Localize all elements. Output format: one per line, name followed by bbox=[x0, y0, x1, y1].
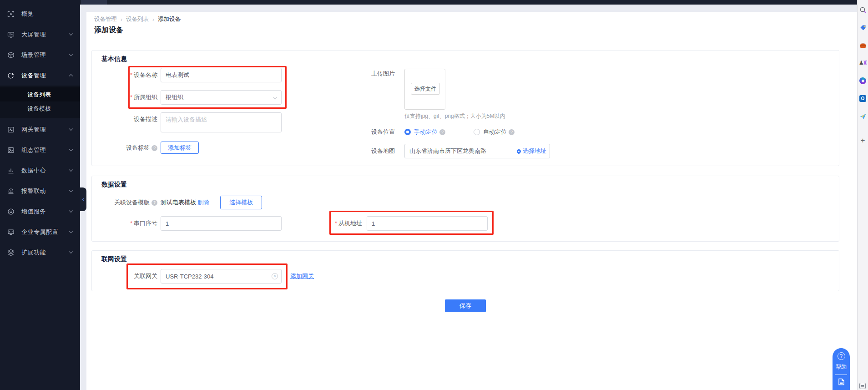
sidebar-item-bigscreen[interactable]: 大屏管理 bbox=[0, 24, 80, 45]
choose-file-button[interactable]: 选择文件 bbox=[411, 83, 440, 95]
sidebar-subitem-device-template[interactable]: 设备模板 bbox=[0, 101, 80, 116]
chevron-down-icon bbox=[69, 168, 73, 172]
sidebar: 概览 大屏管理 场景管理 设备管理 设备列表 bbox=[0, 0, 80, 390]
data-settings-card: 数据设置 关联设备模版? 测试电表模板 删除 选择模板 串口序号 从机地址 bbox=[91, 176, 839, 242]
device-tag-label: 设备标签? bbox=[92, 141, 157, 155]
alarm-icon bbox=[7, 187, 15, 195]
section-title-network: 联网设置 bbox=[101, 255, 127, 263]
org-label: 所属组织 bbox=[92, 90, 157, 105]
device-name-input[interactable] bbox=[161, 68, 282, 82]
sidebar-settings-icon[interactable] bbox=[859, 383, 866, 389]
chevron-down-icon bbox=[69, 32, 73, 35]
device-map-label: 设备地图 bbox=[328, 144, 395, 158]
value-service-icon bbox=[7, 208, 15, 215]
auto-locate-radio[interactable] bbox=[474, 129, 480, 135]
slave-address-label: 从机地址 bbox=[297, 216, 362, 231]
help-widget: ? 帮助 bbox=[833, 348, 850, 390]
chevron-down-icon bbox=[69, 250, 73, 253]
search-icon[interactable] bbox=[859, 6, 867, 14]
sidebar-item-label: 场景管理 bbox=[21, 51, 46, 59]
sidebar-item-label: 网关管理 bbox=[21, 126, 46, 134]
slave-address-input[interactable] bbox=[367, 216, 488, 231]
sidebar-collapse-handle[interactable] bbox=[80, 187, 86, 211]
sidebar-item-overview[interactable]: 概览 bbox=[0, 4, 80, 24]
device-location-label: 设备位置 bbox=[328, 125, 395, 139]
device-map-field: 选择地址 bbox=[404, 144, 550, 158]
sidebar-item-value-service[interactable]: 增值服务 bbox=[0, 201, 80, 222]
chevron-down-icon bbox=[69, 147, 73, 151]
content-panel: 设备管理 › 设备列表 › 添加设备 添加设备 基本信息 设备名称 所属组织 bbox=[86, 12, 857, 390]
sidebar-item-label: 概览 bbox=[21, 10, 34, 18]
sidebar-item-label: 大屏管理 bbox=[21, 30, 46, 39]
outlook-icon[interactable]: O bbox=[859, 95, 867, 102]
location-pin-icon bbox=[516, 148, 522, 154]
auto-locate-label[interactable]: 自动定位 bbox=[483, 128, 507, 136]
select-address-link[interactable]: 选择地址 bbox=[523, 147, 546, 155]
paper-plane-icon[interactable] bbox=[859, 112, 867, 120]
sidebar-item-scene[interactable]: 场景管理 bbox=[0, 45, 80, 65]
sidebar-item-alarm[interactable]: 报警联动 bbox=[0, 181, 80, 201]
device-name-label: 设备名称 bbox=[92, 68, 157, 82]
section-title-data: 数据设置 bbox=[101, 181, 127, 189]
chevron-down-icon bbox=[69, 188, 73, 192]
tools-toolbox-icon[interactable] bbox=[859, 41, 867, 49]
breadcrumb: 设备管理 › 设备列表 › 添加设备 bbox=[94, 15, 181, 23]
sidebar-item-label: 报警联动 bbox=[21, 187, 46, 195]
delete-template-link[interactable]: 删除 bbox=[197, 195, 209, 210]
bigscreen-icon bbox=[7, 31, 15, 38]
gateway-icon bbox=[7, 126, 15, 133]
clear-icon[interactable]: × bbox=[272, 273, 278, 279]
manual-locate-radio[interactable] bbox=[404, 129, 411, 135]
add-panel-icon[interactable]: + bbox=[859, 137, 867, 144]
device-desc-label: 设备描述 bbox=[92, 115, 157, 123]
help-icon: ? bbox=[509, 129, 515, 135]
sidebar-item-gateway[interactable]: 网关管理 bbox=[0, 119, 80, 140]
chevron-down-icon bbox=[69, 229, 73, 233]
upload-image-label: 上传图片 bbox=[328, 66, 395, 81]
collections-tag-icon[interactable] bbox=[859, 24, 867, 31]
gateway-label: 关联网关 bbox=[92, 269, 157, 284]
sidebar-subitem-device-list[interactable]: 设备列表 bbox=[0, 87, 80, 101]
sidebar-item-label: 企业专属配置 bbox=[21, 228, 58, 236]
select-template-button[interactable]: 选择模板 bbox=[220, 196, 262, 209]
sidebar-item-label: 组态管理 bbox=[21, 146, 46, 154]
serial-number-input[interactable] bbox=[161, 216, 282, 231]
breadcrumb-current: 添加设备 bbox=[158, 15, 181, 23]
help-label: 帮助 bbox=[836, 363, 847, 371]
overview-icon bbox=[7, 10, 15, 18]
sidebar-item-label: 设备管理 bbox=[21, 71, 46, 80]
extension-layers-icon bbox=[7, 249, 15, 256]
add-gateway-link[interactable]: 添加网关 bbox=[290, 269, 314, 284]
document-icon[interactable] bbox=[838, 378, 845, 385]
gateway-input[interactable] bbox=[161, 269, 282, 284]
breadcrumb-device-management[interactable]: 设备管理 bbox=[94, 15, 117, 23]
help-icon: ? bbox=[439, 129, 445, 135]
manual-locate-label[interactable]: 手动定位 bbox=[414, 128, 438, 136]
gateway-field: × bbox=[161, 269, 282, 284]
sidebar-item-device[interactable]: 设备管理 bbox=[0, 65, 80, 86]
upload-image-dropzone[interactable]: 选择文件 bbox=[404, 69, 445, 110]
network-settings-card: 联网设置 关联网关 × 添加网关 bbox=[91, 250, 839, 291]
games-chess-icon[interactable]: ♟♜ bbox=[859, 59, 867, 67]
chevron-left-icon bbox=[82, 198, 85, 201]
breadcrumb-separator: › bbox=[121, 16, 122, 23]
sidebar-item-configuration[interactable]: 组态管理 bbox=[0, 140, 80, 160]
help-question-icon[interactable]: ? bbox=[838, 352, 845, 360]
top-bar-tab bbox=[81, 0, 107, 5]
sidebar-item-data-center[interactable]: 数据中心 bbox=[0, 160, 80, 181]
sidebar-item-enterprise-config[interactable]: 企业专属配置 bbox=[0, 222, 80, 242]
browser-sidebar: ♟♜ O + bbox=[857, 0, 868, 390]
template-label: 关联设备模版? bbox=[92, 195, 157, 210]
help-divider bbox=[835, 375, 847, 375]
help-icon: ? bbox=[151, 145, 157, 151]
org-select[interactable] bbox=[161, 90, 282, 105]
main-area: 设备管理 › 设备列表 › 添加设备 添加设备 基本信息 设备名称 所属组织 bbox=[80, 0, 857, 390]
breadcrumb-device-list[interactable]: 设备列表 bbox=[126, 15, 149, 23]
save-button[interactable]: 保存 bbox=[445, 299, 486, 312]
sidebar-item-extension[interactable]: 扩展功能 bbox=[0, 242, 80, 263]
add-tag-button[interactable]: 添加标签 bbox=[161, 142, 199, 154]
microsoft365-icon[interactable] bbox=[859, 77, 867, 85]
sidebar-item-label: 扩展功能 bbox=[21, 248, 46, 257]
device-desc-textarea[interactable] bbox=[161, 112, 282, 132]
page-title: 添加设备 bbox=[94, 25, 123, 35]
